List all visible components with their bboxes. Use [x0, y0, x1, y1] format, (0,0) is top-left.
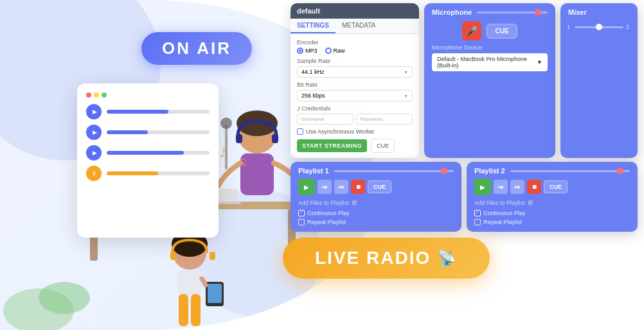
music-note-2: ♫	[238, 154, 247, 169]
playlist2-cue-button[interactable]: CUE	[544, 180, 568, 193]
mockup-bar-fill-3	[107, 151, 184, 155]
default-panel-title: default	[297, 7, 320, 15]
bit-rate-label: Bit Rate	[297, 82, 413, 88]
mic-controls-center: 🎤 CUE	[424, 19, 555, 43]
mixer-title: Mixer	[568, 8, 630, 16]
bit-rate-arrow: ▼	[404, 94, 408, 98]
start-streaming-button[interactable]: START STREAMING	[297, 139, 367, 152]
svg-point-2	[286, 299, 344, 330]
mockup-playlist	[86, 104, 210, 181]
microphone-panel: Microphone 🎤 CUE Microphone Source Defau…	[424, 3, 555, 158]
playlist2-stop-button[interactable]: ⏹	[527, 180, 541, 194]
mockup-play-3	[86, 145, 102, 161]
bottom-buttons-row: START STREAMING CUE	[297, 139, 413, 153]
mockup-window-controls	[86, 92, 210, 98]
ui-mockup-panel	[77, 83, 219, 238]
playlist1-title: Playlist 1	[298, 167, 329, 175]
credentials-label: J Credentials	[297, 105, 413, 112]
cue-button[interactable]: CUE	[371, 139, 395, 153]
mockup-bar-fill-4	[107, 171, 158, 175]
sample-rate-select[interactable]: 44.1 kHz ▼	[297, 66, 413, 78]
dot-red	[86, 92, 91, 98]
top-panels-row: default SETTINGS METADATA Encoder MP3	[291, 3, 638, 158]
mixer-slider-track[interactable]	[575, 26, 623, 28]
username-field[interactable]: Username	[297, 114, 353, 125]
svg-rect-30	[208, 284, 222, 303]
playlist1-panel: Playlist 1 ▶ ⏮ ⏭ ⏹ CUE Add Files to Play…	[291, 162, 461, 232]
playlist2-rewind-button[interactable]: ⏮	[494, 180, 508, 194]
mockup-row-4	[86, 166, 210, 181]
playlist2-controls: ▶ ⏮ ⏭ ⏹ CUE	[467, 178, 638, 199]
playlist2-repeat-row: Repeat Playlist	[467, 218, 638, 227]
default-panel-header: default	[291, 3, 419, 19]
tab-metadata[interactable]: METADATA	[335, 19, 382, 33]
on-air-label: ON AIR	[162, 39, 231, 58]
mic-cue-button[interactable]: CUE	[487, 24, 517, 39]
mockup-bar-fill-2	[107, 130, 148, 134]
playlist1-add-files-row[interactable]: Add Files to Playlist ⊞	[291, 199, 461, 209]
radio-raw[interactable]: Raw	[325, 48, 345, 54]
playlist1-stop-button[interactable]: ⏹	[351, 180, 365, 194]
panel-tabs: SETTINGS METADATA	[291, 19, 419, 34]
playlist1-slider-track	[334, 170, 454, 172]
mixer-slider-thumb	[596, 24, 602, 30]
playlist1-add-files-icon: ⊞	[352, 199, 357, 206]
playlist2-forward-button[interactable]: ⏭	[510, 180, 524, 194]
live-radio-button[interactable]: LIVE RADIO 📡	[283, 238, 490, 279]
mixer-slider-row: 1 2	[560, 24, 638, 35]
mockup-row-2	[86, 125, 210, 140]
mic-slider-track	[477, 12, 548, 13]
settings-panel-body: Encoder MP3 Raw Sample Rate 44.1 kHz ▼	[291, 34, 419, 158]
playlist2-continuous-row: Continuous Play	[467, 209, 638, 218]
async-worker-checkbox[interactable]	[297, 128, 303, 135]
radio-mp3[interactable]: MP3	[297, 48, 318, 54]
playlist1-slider[interactable]	[334, 170, 454, 172]
mic-button[interactable]: 🎤	[462, 21, 481, 40]
svg-rect-27	[179, 294, 188, 326]
playlist1-continuous-row: Continuous Play	[291, 209, 461, 218]
radio-dot-raw	[325, 48, 332, 54]
async-worker-row: Use Asynchronous Worker	[297, 128, 413, 135]
playlist1-cue-button[interactable]: CUE	[368, 180, 391, 193]
on-air-badge: ON AIR	[141, 32, 252, 65]
credentials-row: Username Password	[297, 114, 413, 125]
playlist2-panel: Playlist 2 ▶ ⏮ ⏭ ⏹ CUE Add Files to Play…	[467, 162, 638, 232]
mockup-row-3	[86, 145, 210, 161]
password-field[interactable]: Password	[356, 114, 413, 125]
playlist1-rewind-button[interactable]: ⏮	[318, 180, 332, 194]
playlist1-header: Playlist 1	[291, 162, 461, 178]
playlist1-continuous-checkbox[interactable]	[298, 210, 305, 216]
mixer-header: Mixer	[560, 3, 638, 24]
mixer-num2: 2	[626, 24, 631, 30]
svg-point-16	[220, 117, 232, 129]
mic-panel-title: Microphone	[432, 8, 472, 16]
encoder-radio-group: MP3 Raw	[297, 48, 413, 54]
tab-settings[interactable]: SETTINGS	[291, 19, 335, 33]
playlist2-slider-track	[510, 170, 630, 172]
mic-volume-slider[interactable]	[477, 12, 548, 13]
playlist2-repeat-checkbox[interactable]	[474, 219, 481, 225]
playlist2-continuous-checkbox[interactable]	[474, 210, 481, 216]
svg-rect-11	[272, 134, 278, 143]
playlist1-play-button[interactable]: ▶	[298, 178, 315, 195]
playlist2-add-files-row[interactable]: Add Files to Playlist ⊞	[467, 199, 638, 209]
svg-rect-26	[177, 270, 202, 295]
mic-source-select[interactable]: Default - MacBook Pro Microphone (Built-…	[432, 53, 548, 71]
playlist2-slider[interactable]	[510, 170, 630, 172]
playlist1-repeat-checkbox[interactable]	[298, 219, 305, 225]
bit-rate-select[interactable]: 256 kbps ▼	[297, 90, 413, 101]
playlist1-forward-button[interactable]: ⏭	[334, 180, 348, 194]
default-settings-panel: default SETTINGS METADATA Encoder MP3	[291, 3, 419, 158]
svg-rect-24	[170, 252, 176, 260]
mic-panel-header: Microphone	[424, 3, 555, 19]
mockup-bar-4	[107, 171, 210, 175]
mixer-num1: 1	[567, 24, 572, 30]
mockup-pause	[86, 166, 102, 181]
playlist2-play-button[interactable]: ▶	[474, 178, 491, 195]
panels-area: default SETTINGS METADATA Encoder MP3	[291, 3, 638, 232]
mockup-play-2	[86, 125, 102, 140]
mockup-bar-fill-1	[107, 110, 168, 114]
playlist1-add-files-label: Add Files to Playlist	[298, 200, 349, 206]
sample-rate-arrow: ▼	[404, 70, 408, 74]
wifi-icon: 📡	[437, 249, 458, 267]
